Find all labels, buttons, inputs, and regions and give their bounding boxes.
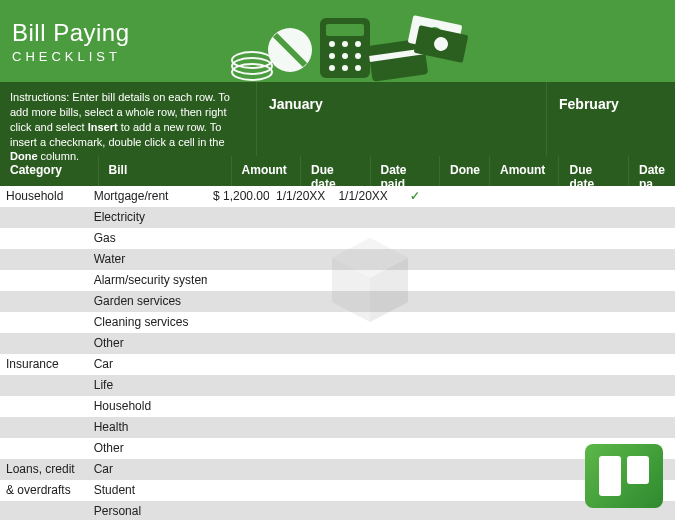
cell-due-jan[interactable] (269, 396, 331, 417)
cell-amount-feb[interactable] (436, 417, 498, 438)
table-row[interactable]: Alarm/security system (0, 270, 675, 291)
cell-due-jan[interactable] (269, 207, 331, 228)
cell-paid-feb[interactable] (561, 312, 675, 333)
cell-done-jan[interactable] (394, 270, 436, 291)
table-row[interactable]: HouseholdMortgage/rent$ 1,200.001/1/20XX… (0, 186, 675, 207)
cell-done-jan[interactable] (394, 207, 436, 228)
table-row[interactable]: Water (0, 249, 675, 270)
cell-due-jan[interactable] (269, 480, 331, 501)
table-row[interactable]: Other (0, 333, 675, 354)
cell-category[interactable]: Loans, credit (0, 459, 88, 480)
cell-paid-jan[interactable] (332, 501, 394, 520)
cell-bill[interactable]: Gas (88, 228, 207, 249)
cell-amount-jan[interactable] (207, 312, 269, 333)
cell-amount-feb[interactable] (436, 459, 498, 480)
cell-due-jan[interactable] (269, 270, 331, 291)
cell-paid-jan[interactable] (332, 333, 394, 354)
cell-due-jan[interactable] (269, 417, 331, 438)
cell-amount-jan[interactable] (207, 501, 269, 520)
cell-bill[interactable]: Electricity (88, 207, 207, 228)
cell-bill[interactable]: Cleaning services (88, 312, 207, 333)
cell-due-feb[interactable] (499, 480, 561, 501)
table-row[interactable]: Household (0, 396, 675, 417)
cell-bill[interactable]: Health (88, 417, 207, 438)
cell-bill[interactable]: Other (88, 333, 207, 354)
cell-amount-jan[interactable]: $ 1,200.00 (207, 186, 269, 207)
cell-done-jan[interactable]: ✓ (394, 186, 436, 207)
cell-bill[interactable]: Household (88, 396, 207, 417)
cell-due-feb[interactable] (499, 375, 561, 396)
cell-bill[interactable]: Other (88, 438, 207, 459)
cell-done-jan[interactable] (394, 459, 436, 480)
cell-due-feb[interactable] (499, 354, 561, 375)
cell-due-feb[interactable] (499, 438, 561, 459)
cell-bill[interactable]: Life (88, 375, 207, 396)
table-row[interactable]: Personal (0, 501, 675, 520)
cell-due-jan[interactable] (269, 228, 331, 249)
cell-due-feb[interactable] (499, 270, 561, 291)
cell-done-jan[interactable] (394, 438, 436, 459)
cell-amount-feb[interactable] (436, 480, 498, 501)
cell-bill[interactable]: Garden services (88, 291, 207, 312)
cell-category[interactable] (0, 291, 88, 312)
table-row[interactable]: InsuranceCar (0, 354, 675, 375)
cell-amount-feb[interactable] (436, 438, 498, 459)
cell-due-jan[interactable] (269, 501, 331, 520)
table-row[interactable]: Cleaning services (0, 312, 675, 333)
cell-amount-feb[interactable] (436, 501, 498, 520)
cell-due-jan[interactable]: 1/1/20XX (269, 186, 331, 207)
cell-due-feb[interactable] (499, 186, 561, 207)
cell-paid-feb[interactable] (561, 270, 675, 291)
cell-category[interactable] (0, 417, 88, 438)
cell-due-feb[interactable] (499, 396, 561, 417)
table-row[interactable]: Garden services (0, 291, 675, 312)
cell-amount-feb[interactable] (436, 396, 498, 417)
cell-category[interactable] (0, 333, 88, 354)
cell-due-jan[interactable] (269, 459, 331, 480)
cell-done-jan[interactable] (394, 228, 436, 249)
cell-category[interactable] (0, 249, 88, 270)
cell-paid-feb[interactable] (561, 375, 675, 396)
cell-bill[interactable]: Mortgage/rent (88, 186, 207, 207)
cell-paid-feb[interactable] (561, 417, 675, 438)
cell-amount-feb[interactable] (436, 228, 498, 249)
cell-amount-jan[interactable] (207, 291, 269, 312)
cell-category[interactable] (0, 501, 88, 520)
cell-due-feb[interactable] (499, 459, 561, 480)
cell-amount-jan[interactable] (207, 270, 269, 291)
cell-paid-jan[interactable] (332, 480, 394, 501)
cell-amount-feb[interactable] (436, 333, 498, 354)
cell-category[interactable] (0, 207, 88, 228)
cell-amount-jan[interactable] (207, 396, 269, 417)
cell-amount-jan[interactable] (207, 480, 269, 501)
cell-done-jan[interactable] (394, 396, 436, 417)
cell-amount-feb[interactable] (436, 312, 498, 333)
cell-amount-jan[interactable] (207, 417, 269, 438)
cell-due-feb[interactable] (499, 249, 561, 270)
cell-due-feb[interactable] (499, 501, 561, 520)
cell-amount-jan[interactable] (207, 354, 269, 375)
cell-due-jan[interactable] (269, 333, 331, 354)
table-row[interactable]: Life (0, 375, 675, 396)
cell-due-jan[interactable] (269, 375, 331, 396)
cell-due-jan[interactable] (269, 438, 331, 459)
cell-category[interactable]: Insurance (0, 354, 88, 375)
cell-amount-feb[interactable] (436, 354, 498, 375)
cell-category[interactable] (0, 228, 88, 249)
cell-paid-feb[interactable] (561, 228, 675, 249)
cell-due-feb[interactable] (499, 207, 561, 228)
cell-amount-jan[interactable] (207, 228, 269, 249)
table-row[interactable]: Health (0, 417, 675, 438)
cell-amount-jan[interactable] (207, 459, 269, 480)
table-row[interactable]: Loans, creditCar (0, 459, 675, 480)
cell-paid-feb[interactable] (561, 186, 675, 207)
cell-bill[interactable]: Personal (88, 501, 207, 520)
cell-paid-feb[interactable] (561, 396, 675, 417)
cell-amount-feb[interactable] (436, 249, 498, 270)
cell-paid-jan[interactable] (332, 228, 394, 249)
cell-paid-jan[interactable] (332, 207, 394, 228)
cell-paid-feb[interactable] (561, 291, 675, 312)
cell-done-jan[interactable] (394, 312, 436, 333)
cell-amount-feb[interactable] (436, 270, 498, 291)
cell-amount-feb[interactable] (436, 207, 498, 228)
